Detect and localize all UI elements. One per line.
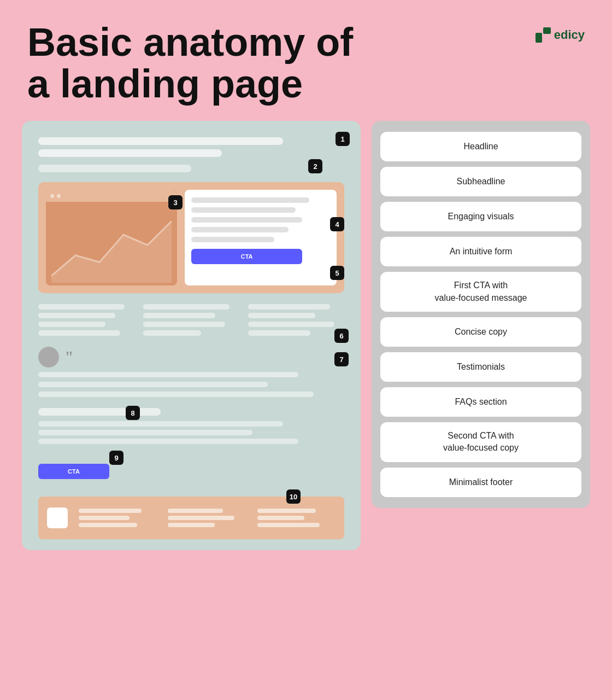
faq-title-bar xyxy=(38,408,161,416)
copy-bar xyxy=(38,313,115,318)
testimonial-bar xyxy=(38,392,314,397)
form-bar-5 xyxy=(191,237,274,242)
badge-6: 6 xyxy=(334,329,349,343)
footer-bar xyxy=(168,516,234,520)
subheadline-bar xyxy=(38,165,191,172)
copy-col-3 xyxy=(248,304,344,336)
faq-section: 8 xyxy=(38,408,344,444)
visuals-area: 3 xyxy=(46,190,177,285)
copy-col-2 xyxy=(143,304,239,336)
label-subheadline: Subheadline xyxy=(380,167,581,196)
headline-bar-2 xyxy=(38,149,222,157)
footer-bar xyxy=(257,523,320,527)
footer-bar xyxy=(79,523,137,527)
footer-col-3 xyxy=(257,509,336,527)
copy-col-1 xyxy=(38,304,134,336)
badge-1: 1 xyxy=(336,132,350,146)
footer-bar xyxy=(168,509,222,513)
page-title: Basic anatomy of a landing page xyxy=(27,22,355,104)
cta-button-2[interactable]: CTA xyxy=(38,464,109,479)
label-footer: Minimalist footer xyxy=(380,468,581,497)
form-bar-3 xyxy=(191,217,302,223)
copy-section: 6 xyxy=(38,304,344,336)
label-faqs: FAQs section xyxy=(380,387,581,417)
chart-area xyxy=(46,202,177,285)
quote-icon: " xyxy=(66,347,73,368)
footer-bar xyxy=(257,516,304,520)
footer-bar xyxy=(168,523,215,527)
footer-logo-block xyxy=(47,508,68,528)
copy-bar xyxy=(248,322,334,327)
second-cta-section: CTA 9 xyxy=(38,455,344,486)
content-area: 1 2 xyxy=(0,115,612,572)
image-area xyxy=(46,190,177,285)
badge-5: 5 xyxy=(330,266,344,280)
footer-bar xyxy=(79,509,142,513)
labels-panel: Headline Subheadline Engaging visuals An… xyxy=(372,121,590,508)
headline-section: 1 xyxy=(38,137,344,157)
faq-bar xyxy=(38,421,283,427)
hero-section: 3 CTA 4 5 xyxy=(38,182,344,293)
copy-bar xyxy=(248,330,310,336)
browser-dot-1 xyxy=(50,194,54,198)
page-header: Basic anatomy of a landing page edicy xyxy=(0,0,612,115)
copy-bar xyxy=(38,330,120,336)
landing-page-mockup: 1 2 xyxy=(22,121,361,550)
logo-icon xyxy=(536,27,551,43)
badge-4: 4 xyxy=(330,217,344,231)
form-area: CTA 4 5 xyxy=(185,190,337,285)
footer-bar xyxy=(79,516,130,520)
badge-10: 10 xyxy=(286,489,301,504)
label-headline: Headline xyxy=(380,132,581,161)
logo-text: edicy xyxy=(554,28,585,42)
testimonial-avatar xyxy=(38,347,59,368)
testimonial-section: " 7 xyxy=(38,347,344,397)
copy-bar xyxy=(38,304,125,310)
badge-8: 8 xyxy=(126,406,140,420)
footer-col-2 xyxy=(168,509,246,527)
label-concise-copy: Concise copy xyxy=(380,317,581,347)
label-second-cta: Second CTA withvalue-focused copy xyxy=(380,422,581,462)
headline-bar-1 xyxy=(38,137,283,145)
form-bar-1 xyxy=(191,197,309,203)
copy-bar xyxy=(143,304,229,310)
label-testimonials: Testimonials xyxy=(380,352,581,382)
svg-rect-0 xyxy=(536,33,542,43)
copy-bar xyxy=(38,322,105,327)
footer-bar xyxy=(257,509,316,513)
badge-2: 2 xyxy=(308,159,322,173)
badge-7: 7 xyxy=(334,352,349,366)
copy-bar xyxy=(143,322,225,327)
badge-3: 3 xyxy=(168,195,183,209)
brand-logo: edicy xyxy=(536,22,585,43)
cta-button-1[interactable]: CTA xyxy=(191,249,302,264)
faq-bar xyxy=(38,430,252,435)
footer-section: 10 xyxy=(38,497,344,539)
faq-bar xyxy=(38,439,298,444)
testimonial-bar xyxy=(38,382,268,387)
chart-svg xyxy=(51,207,172,283)
label-first-cta: First CTA withvalue-focused message xyxy=(380,272,581,312)
label-engaging-visuals: Engaging visuals xyxy=(380,202,581,231)
copy-bar xyxy=(143,330,201,336)
label-intuitive-form: An intuitive form xyxy=(380,237,581,266)
subheadline-section: 2 xyxy=(38,165,344,172)
copy-bar xyxy=(143,313,215,318)
badge-9: 9 xyxy=(109,451,123,465)
footer-col-1 xyxy=(79,509,157,527)
svg-marker-2 xyxy=(51,221,172,283)
browser-dot-2 xyxy=(57,194,61,198)
svg-rect-1 xyxy=(543,27,551,34)
copy-bar xyxy=(248,313,315,318)
testimonial-bar xyxy=(38,372,298,377)
browser-bar xyxy=(46,190,177,202)
form-bar-4 xyxy=(191,227,289,232)
copy-bar xyxy=(248,304,330,310)
form-bar-2 xyxy=(191,207,296,213)
